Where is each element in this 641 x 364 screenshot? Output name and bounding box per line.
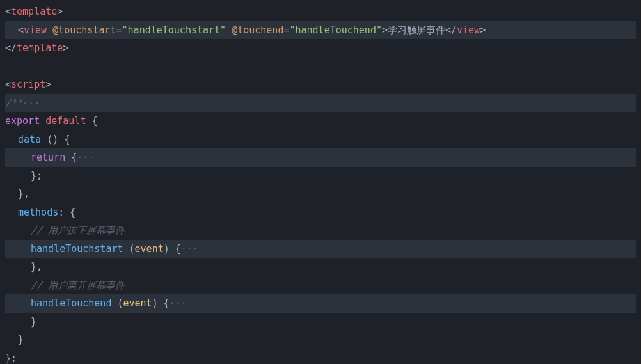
code-line: }, <box>5 185 636 203</box>
tag-template: template <box>11 6 57 17</box>
param-event: event <box>123 297 152 309</box>
blank-line <box>5 58 636 76</box>
code-line: }; <box>5 349 636 365</box>
view-text: 学习触屏事件 <box>388 24 445 36</box>
fold-ellipsis-icon[interactable]: ··· <box>170 297 187 309</box>
folded-return-line[interactable]: return {··· <box>5 148 636 167</box>
folded-method-line[interactable]: handleTouchstart (event) {··· <box>5 240 636 258</box>
keyword-return: return <box>31 152 65 163</box>
comment-touchstart: // 用户按下屏幕事件 <box>31 225 125 236</box>
method-handle-touchend: handleTouchend <box>31 297 111 309</box>
folded-comment-line[interactable]: /**··· <box>5 94 636 113</box>
code-line: }; <box>5 167 636 186</box>
attr-touchend-value: "handleTouchend" <box>289 24 382 36</box>
tag-view: view <box>24 24 47 36</box>
param-event: event <box>135 243 164 255</box>
attr-touchend: @touchend <box>232 24 283 36</box>
comment-touchend: // 用户离开屏幕事件 <box>31 280 125 291</box>
keyword-export: export <box>5 115 40 127</box>
code-line: </template> <box>5 39 636 58</box>
code-line: } <box>5 313 636 331</box>
code-line: <script> <box>5 75 636 94</box>
code-line: data () { <box>5 131 636 149</box>
fold-ellipsis-icon[interactable]: ··· <box>181 243 198 255</box>
fold-ellipsis-icon[interactable]: ··· <box>77 152 94 163</box>
folded-method-line[interactable]: handleTouchend (event) {··· <box>5 294 636 313</box>
tag-script: script <box>11 79 45 90</box>
code-line: methods: { <box>5 203 636 222</box>
fold-ellipsis-icon[interactable]: ··· <box>22 97 40 109</box>
block-comment: /** <box>5 97 22 109</box>
code-editor[interactable]: <template> <view @touchstart="handleTouc… <box>0 0 641 364</box>
attr-touchstart: @touchstart <box>52 24 116 36</box>
angle-bracket: < <box>5 6 11 17</box>
prop-methods: methods <box>18 207 58 218</box>
code-line: }, <box>5 258 636 276</box>
method-data: data <box>18 134 41 145</box>
attr-touchstart-value: "handleTouchstart" <box>122 24 226 36</box>
method-handle-touchstart: handleTouchstart <box>31 243 123 255</box>
code-line: export default { <box>5 112 636 131</box>
code-line: } <box>5 331 636 349</box>
code-line: <template> <box>5 3 636 21</box>
keyword-default: default <box>45 115 86 127</box>
angle-bracket: < <box>18 24 24 36</box>
angle-bracket: > <box>57 6 63 17</box>
code-line-highlight: <view @touchstart="handleTouchstart" @to… <box>5 21 636 40</box>
code-line: // 用户按下屏幕事件 <box>5 221 636 240</box>
code-line: // 用户离开屏幕事件 <box>5 276 636 295</box>
